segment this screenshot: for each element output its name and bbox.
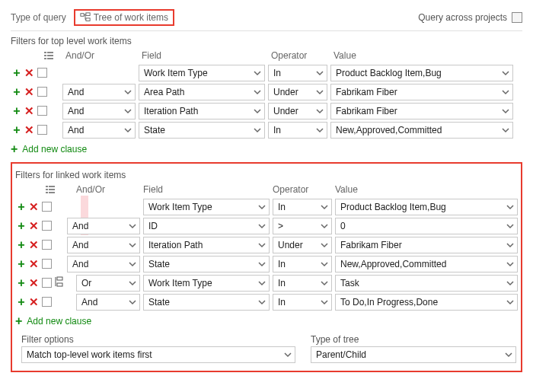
list-icon — [45, 184, 56, 195]
row-checkbox[interactable] — [37, 106, 47, 116]
row-checkbox[interactable] — [37, 68, 47, 78]
chevron-down-icon — [502, 107, 509, 115]
insert-clause-icon[interactable]: + — [15, 257, 27, 271]
remove-clause-icon[interactable]: ✕ — [27, 295, 40, 309]
insert-clause-icon[interactable]: + — [11, 66, 23, 80]
add-top-clause[interactable]: + Add new clause — [11, 142, 522, 156]
col-operator: Operator — [268, 50, 330, 61]
remove-clause-icon[interactable]: ✕ — [27, 219, 40, 233]
value-dropdown[interactable]: Fabrikam Fiber — [335, 237, 518, 253]
value-dropdown[interactable]: Product Backlog Item,Bug — [335, 199, 518, 215]
operator-dropdown[interactable]: In — [268, 122, 327, 139]
andor-dropdown[interactable]: Or — [76, 275, 140, 292]
insert-clause-icon[interactable]: + — [11, 104, 23, 118]
chevron-down-icon — [254, 107, 261, 115]
field-dropdown[interactable]: Work Item Type — [143, 199, 270, 215]
field-dropdown[interactable]: State — [139, 122, 265, 139]
operator-dropdown[interactable]: In — [273, 199, 332, 215]
andor-dropdown[interactable]: And — [62, 84, 136, 100]
value-dropdown[interactable]: 0 — [335, 218, 518, 234]
chevron-down-icon — [506, 222, 514, 230]
remove-clause-icon[interactable]: ✕ — [23, 123, 35, 137]
operator-dropdown-value: Under — [273, 106, 298, 116]
andor-dropdown[interactable]: And — [67, 218, 140, 234]
remove-clause-icon[interactable]: ✕ — [23, 66, 35, 80]
andor-dropdown[interactable]: And — [67, 256, 140, 272]
chevron-down-icon — [506, 298, 514, 306]
field-dropdown[interactable]: Work Item Type — [143, 275, 270, 292]
filter-options-dropdown[interactable]: Match top-level work items first — [21, 346, 295, 363]
group-clause-icon[interactable] — [53, 276, 67, 289]
remove-clause-icon[interactable]: ✕ — [23, 85, 35, 99]
insert-clause-icon[interactable]: + — [15, 295, 27, 309]
query-type-tree[interactable]: Tree of work items — [74, 9, 174, 26]
operator-dropdown-value: Under — [273, 87, 298, 97]
andor-dropdown[interactable]: And — [76, 294, 140, 311]
value-dropdown[interactable]: New,Approved,Committed — [335, 256, 518, 272]
operator-dropdown[interactable]: In — [273, 294, 332, 311]
field-dropdown[interactable]: Iteration Path — [143, 237, 270, 253]
remove-clause-icon[interactable]: ✕ — [27, 257, 40, 271]
operator-dropdown[interactable]: Under — [273, 237, 332, 253]
andor-dropdown[interactable]: And — [67, 237, 140, 253]
operator-dropdown[interactable]: In — [273, 256, 332, 272]
query-across-projects-checkbox[interactable] — [512, 12, 522, 23]
andor-dropdown[interactable]: And — [62, 122, 136, 139]
chevron-down-icon — [254, 69, 261, 77]
row-checkbox[interactable] — [42, 240, 52, 250]
col-andor: And/Or — [62, 50, 139, 61]
chevron-down-icon — [284, 351, 292, 359]
operator-dropdown[interactable]: Under — [268, 84, 327, 100]
operator-dropdown[interactable]: > — [273, 218, 332, 234]
field-dropdown[interactable]: Area Path — [139, 84, 265, 100]
svg-rect-6 — [47, 55, 53, 56]
insert-clause-icon[interactable]: + — [11, 85, 23, 99]
operator-dropdown[interactable]: Under — [268, 103, 327, 120]
value-dropdown[interactable]: To Do,In Progress,Done — [335, 294, 518, 311]
svg-rect-0 — [81, 14, 84, 17]
field-dropdown[interactable]: State — [143, 256, 270, 272]
insert-clause-icon[interactable]: + — [15, 238, 27, 252]
tree-type-dropdown[interactable]: Parent/Child — [311, 346, 516, 363]
row-checkbox[interactable] — [42, 278, 52, 288]
operator-dropdown[interactable]: In — [273, 275, 332, 292]
chevron-down-icon — [502, 88, 509, 96]
value-dropdown[interactable]: Fabrikam Fiber — [330, 84, 513, 100]
remove-clause-icon[interactable]: ✕ — [23, 104, 35, 118]
field-dropdown[interactable]: ID — [143, 218, 270, 234]
clause-row: + ✕ And Area Path Under Fabrikam Fiber — [11, 82, 522, 101]
value-dropdown[interactable]: New,Approved,Committed — [330, 122, 513, 139]
row-checkbox[interactable] — [42, 297, 52, 307]
row-checkbox[interactable] — [37, 125, 47, 135]
value-dropdown[interactable]: Task — [335, 275, 518, 292]
value-dropdown[interactable]: Fabrikam Fiber — [330, 103, 513, 120]
field-dropdown[interactable]: Iteration Path — [139, 103, 265, 120]
chevron-down-icon — [321, 279, 328, 287]
row-checkbox[interactable] — [42, 259, 52, 269]
andor-dropdown[interactable]: And — [62, 103, 136, 120]
value-dropdown[interactable]: Product Backlog Item,Bug — [330, 65, 513, 81]
value-dropdown-value: 0 — [340, 221, 346, 231]
operator-dropdown-value: Under — [278, 240, 303, 250]
chevron-down-icon — [124, 126, 132, 134]
insert-clause-icon[interactable]: + — [11, 123, 23, 137]
query-type-tree-label: Tree of work items — [94, 12, 168, 23]
insert-clause-icon[interactable]: + — [15, 276, 27, 290]
andor-dropdown-value: And — [72, 221, 88, 231]
add-linked-clause[interactable]: + Add new clause — [15, 314, 518, 328]
remove-clause-icon[interactable]: ✕ — [27, 276, 40, 290]
row-checkbox[interactable] — [37, 87, 47, 97]
field-dropdown-value: Iteration Path — [148, 240, 203, 250]
row-checkbox[interactable] — [42, 221, 52, 231]
list-icon — [43, 50, 54, 61]
chevron-down-icon — [124, 88, 132, 96]
field-dropdown[interactable]: State — [143, 294, 270, 311]
row-checkbox[interactable] — [42, 202, 52, 212]
andor-dropdown-value: And — [68, 125, 84, 135]
insert-clause-icon[interactable]: + — [15, 200, 27, 214]
insert-clause-icon[interactable]: + — [15, 219, 27, 233]
remove-clause-icon[interactable]: ✕ — [27, 200, 40, 214]
remove-clause-icon[interactable]: ✕ — [27, 238, 40, 252]
field-dropdown[interactable]: Work Item Type — [139, 65, 265, 81]
operator-dropdown[interactable]: In — [268, 65, 327, 81]
